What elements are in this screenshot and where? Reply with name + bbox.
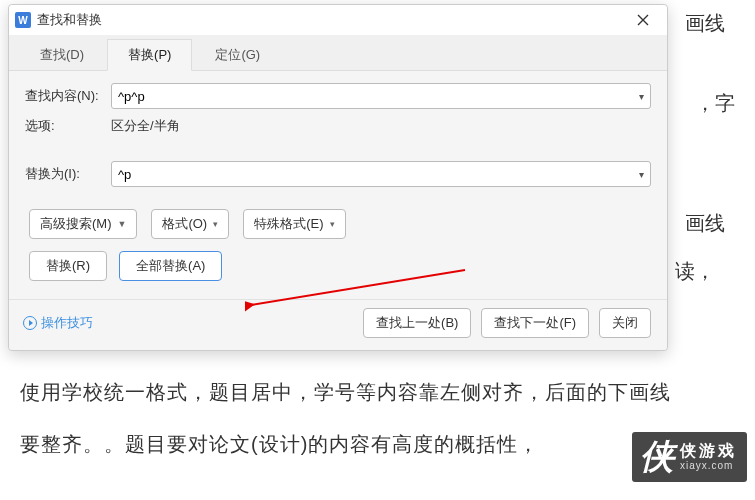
options-row: 选项: 区分全/半角 [25, 117, 651, 135]
watermark-en: xiayx.com [680, 460, 737, 472]
bg-line: 要整齐。。题目要对论文(设计)的内容有高度的概括性， [20, 422, 671, 466]
replace-input-combo[interactable]: ▾ [111, 161, 651, 187]
watermark-logo-icon: 侠 [636, 436, 678, 478]
dialog-footer: 操作技巧 查找上一处(B) 查找下一处(F) 关闭 [9, 299, 667, 350]
find-label: 查找内容(N): [25, 87, 111, 105]
tab-goto[interactable]: 定位(G) [194, 39, 281, 70]
app-icon: W [15, 12, 31, 28]
special-format-button[interactable]: 特殊格式(E) ▾ [243, 209, 345, 239]
bg-text-fragment: 画线 [685, 10, 725, 37]
footer-buttons: 查找上一处(B) 查找下一处(F) 关闭 [363, 308, 651, 338]
special-format-label: 特殊格式(E) [254, 215, 323, 233]
close-button[interactable]: 关闭 [599, 308, 651, 338]
find-replace-dialog: W 查找和替换 查找(D) 替换(P) 定位(G) 查找内容(N): ▾ 选项:… [8, 4, 668, 351]
dropdown-indicator-icon: ▼ [118, 219, 127, 229]
dialog-title: 查找和替换 [37, 11, 625, 29]
action-button-row: 替换(R) 全部替换(A) [29, 251, 651, 281]
chevron-down-icon[interactable]: ▾ [633, 91, 644, 102]
bg-text-fragment: 画线 [685, 210, 725, 237]
find-input[interactable] [118, 89, 633, 104]
find-row: 查找内容(N): ▾ [25, 83, 651, 109]
replace-row: 替换为(I): ▾ [25, 161, 651, 187]
replace-all-button[interactable]: 全部替换(A) [119, 251, 222, 281]
close-icon[interactable] [625, 7, 661, 33]
bg-line: 使用学校统一格式，题目居中，学号等内容靠左侧对齐，后面的下画线 [20, 370, 671, 414]
caret-down-icon: ▾ [213, 219, 218, 229]
tips-link[interactable]: 操作技巧 [41, 314, 93, 332]
bg-text-fragment: 读， [675, 258, 715, 285]
replace-button[interactable]: 替换(R) [29, 251, 107, 281]
options-value: 区分全/半角 [111, 117, 180, 135]
watermark: 侠 侠游戏 xiayx.com [632, 432, 747, 482]
advanced-search-label: 高级搜索(M) [40, 215, 112, 233]
find-next-button[interactable]: 查找下一处(F) [481, 308, 589, 338]
find-input-combo[interactable]: ▾ [111, 83, 651, 109]
tab-find[interactable]: 查找(D) [19, 39, 105, 70]
tab-replace[interactable]: 替换(P) [107, 39, 192, 71]
document-body-text: 使用学校统一格式，题目居中，学号等内容靠左侧对齐，后面的下画线 要整齐。。题目要… [20, 370, 671, 466]
format-button[interactable]: 格式(O) ▾ [151, 209, 229, 239]
caret-down-icon: ▾ [330, 219, 335, 229]
title-bar: W 查找和替换 [9, 5, 667, 35]
tab-bar: 查找(D) 替换(P) 定位(G) [9, 35, 667, 71]
bg-text-fragment: ，字 [695, 90, 735, 117]
format-button-row: 高级搜索(M) ▼ 格式(O) ▾ 特殊格式(E) ▾ [29, 209, 651, 239]
play-circle-icon [23, 316, 37, 330]
replace-input[interactable] [118, 167, 633, 182]
watermark-cn: 侠游戏 [680, 442, 737, 460]
advanced-search-button[interactable]: 高级搜索(M) ▼ [29, 209, 137, 239]
options-label: 选项: [25, 117, 111, 135]
chevron-down-icon[interactable]: ▾ [633, 169, 644, 180]
replace-label: 替换为(I): [25, 165, 111, 183]
format-label: 格式(O) [162, 215, 207, 233]
dialog-body: 查找内容(N): ▾ 选项: 区分全/半角 替换为(I): ▾ 高级搜索(M) … [9, 71, 667, 299]
find-prev-button[interactable]: 查找上一处(B) [363, 308, 471, 338]
